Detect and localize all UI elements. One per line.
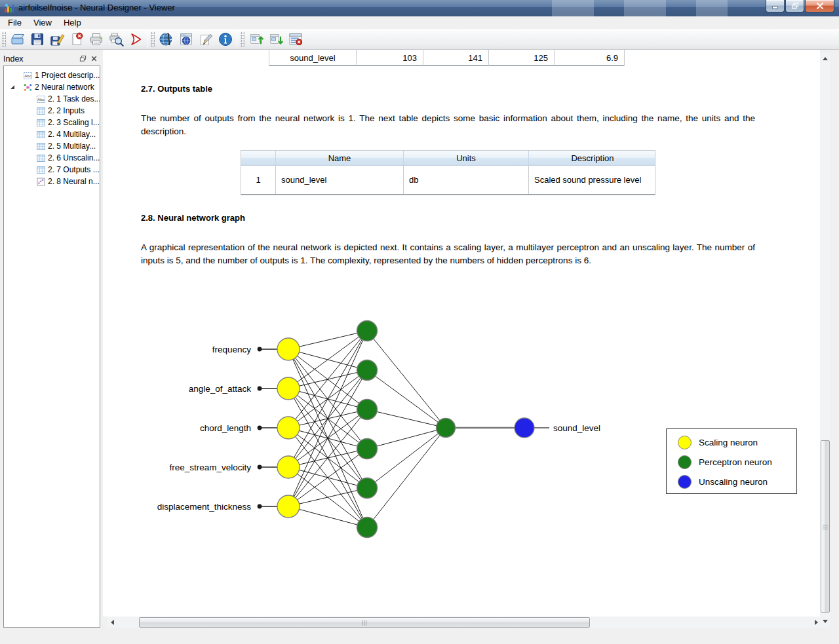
- legend-item: Perceptron neuron: [667, 452, 796, 472]
- vertical-scrollbar[interactable]: [820, 52, 830, 628]
- save-icon: [29, 31, 45, 47]
- perceptron-neuron-node: [357, 400, 378, 420]
- scroll-down-icon[interactable]: [823, 620, 828, 623]
- toolbar-drag-handle[interactable]: [2, 32, 6, 47]
- toolbar-drag-handle[interactable]: [151, 32, 155, 47]
- table-icon: [37, 166, 45, 174]
- stats-value-cell: 125: [488, 50, 554, 66]
- move-up-button[interactable]: [246, 30, 266, 48]
- perceptron-neuron-node: [357, 321, 378, 341]
- outputs-table-header: NameUnitsDescription: [241, 151, 655, 166]
- float-panel-icon[interactable]: [78, 54, 88, 63]
- tree-item-label: 2. 7 Outputs ...: [48, 165, 100, 174]
- scaling-neuron-node: [277, 417, 300, 439]
- move-down-button[interactable]: [266, 30, 286, 48]
- input-dot: [258, 387, 262, 391]
- tree-item-label: 2. 2 Inputs: [48, 106, 85, 115]
- legend-item-label: Perceptron neuron: [699, 457, 772, 467]
- tree-item[interactable]: 2. 8 Neural n...: [4, 176, 100, 187]
- svg-text:?: ?: [170, 37, 174, 45]
- tree-item[interactable]: Abc1 Project descrip...: [4, 69, 100, 81]
- close-button[interactable]: [805, 0, 834, 12]
- menu-file[interactable]: File: [2, 17, 28, 28]
- outputs-table-header-cell: Name: [276, 151, 404, 165]
- legend-item: Unscaling neuron: [667, 472, 796, 491]
- perceptron-neuron-node: [357, 518, 378, 538]
- toolbar-separator: [237, 31, 237, 48]
- app-icon: [4, 3, 14, 13]
- save-as-button[interactable]: [47, 30, 67, 48]
- perceptron-neuron-node: [357, 439, 378, 459]
- help-globe-icon: ?: [159, 31, 174, 47]
- inputs-statistics-table-row: sound_level1031411256.9: [269, 50, 625, 66]
- scaling-neuron-node: [277, 495, 300, 518]
- help-globe-button[interactable]: ?: [157, 30, 176, 48]
- table-icon: [37, 130, 45, 139]
- scroll-up-icon[interactable]: [823, 57, 828, 60]
- titlebar-highlight: [624, 0, 666, 16]
- about-icon: [218, 31, 233, 47]
- web-icon: [178, 31, 194, 47]
- section-heading-outputs-table: 2.7. Outputs table: [141, 84, 212, 94]
- index-panel-header: Index: [0, 52, 102, 65]
- expand-arrow-icon[interactable]: [9, 85, 24, 89]
- tree-item-label: 2 Neural network: [35, 83, 94, 92]
- network-legend: Scaling neuronPerceptron neuronUnscaling…: [666, 428, 797, 494]
- close-report-button[interactable]: [286, 30, 305, 48]
- toolbar-group: ?: [149, 29, 235, 50]
- toolbar-separator: [147, 31, 147, 48]
- vertical-scrollbar-thumb[interactable]: [821, 440, 830, 613]
- tree-item[interactable]: 2. 3 Scaling l...: [4, 117, 100, 128]
- close-report-icon: [288, 31, 303, 47]
- titlebar[interactable]: airfoilselfnoise - Neural Designer - Vie…: [0, 0, 839, 16]
- scaling-neuron-node: [277, 456, 300, 478]
- scaling-neuron-node: [277, 377, 300, 400]
- toolbar: ?: [0, 29, 839, 50]
- print-preview-button[interactable]: [106, 30, 126, 48]
- tree-item[interactable]: Abc2. 1 Task des...: [4, 93, 100, 105]
- legend-color-dot: [678, 436, 692, 449]
- print-icon: [88, 31, 104, 47]
- tree-item-label: 2. 5 Multilay...: [48, 142, 96, 151]
- input-dot: [258, 465, 262, 470]
- titlebar-highlight: [552, 0, 594, 16]
- toolbar-group: [239, 29, 305, 50]
- edit-button[interactable]: [196, 30, 216, 48]
- tree-item[interactable]: 2. 6 Unscalin...: [4, 152, 100, 164]
- perceptron-neuron-node: [357, 360, 378, 381]
- toolbar-drag-handle[interactable]: [241, 32, 244, 47]
- stats-value-cell: 103: [356, 50, 423, 66]
- table-icon: [37, 107, 45, 115]
- section-heading-network-graph: 2.8. Neural network graph: [141, 213, 245, 223]
- horizontal-scrollbar[interactable]: [107, 616, 822, 628]
- tree-item[interactable]: 2 Neural network: [4, 81, 100, 93]
- web-button[interactable]: [176, 30, 196, 48]
- legend-color-dot: [678, 475, 692, 489]
- open-button[interactable]: [8, 30, 28, 48]
- input-dot: [258, 347, 262, 352]
- menu-help[interactable]: Help: [58, 17, 87, 28]
- tree-item[interactable]: 2. 2 Inputs: [4, 105, 100, 117]
- close-panel-icon[interactable]: [89, 54, 99, 63]
- tree-item[interactable]: 2. 4 Multilay...: [4, 128, 100, 140]
- save-as-icon: [49, 31, 65, 47]
- print-button[interactable]: [87, 30, 106, 48]
- legend-item-label: Unscaling neuron: [699, 477, 768, 487]
- tree-item[interactable]: 2. 5 Multilay...: [4, 140, 100, 152]
- restore-button[interactable]: [785, 0, 804, 12]
- export-pdf-button[interactable]: [126, 30, 146, 48]
- minimize-button[interactable]: [766, 0, 785, 12]
- save-button[interactable]: [28, 30, 47, 48]
- scroll-right-icon[interactable]: [815, 620, 818, 625]
- delete-page-button[interactable]: [67, 30, 87, 48]
- perceptron-neuron-node: [437, 419, 456, 438]
- menu-view[interactable]: View: [28, 17, 58, 28]
- input-label: displacement_thickness: [157, 502, 252, 512]
- input-dot: [258, 504, 262, 509]
- tree-item[interactable]: 2. 7 Outputs ...: [4, 164, 100, 176]
- about-button[interactable]: [216, 30, 235, 48]
- close-icon: [816, 0, 824, 12]
- horizontal-scrollbar-thumb[interactable]: [139, 617, 590, 628]
- index-panel-title: Index: [3, 54, 77, 64]
- scroll-left-icon[interactable]: [111, 620, 114, 625]
